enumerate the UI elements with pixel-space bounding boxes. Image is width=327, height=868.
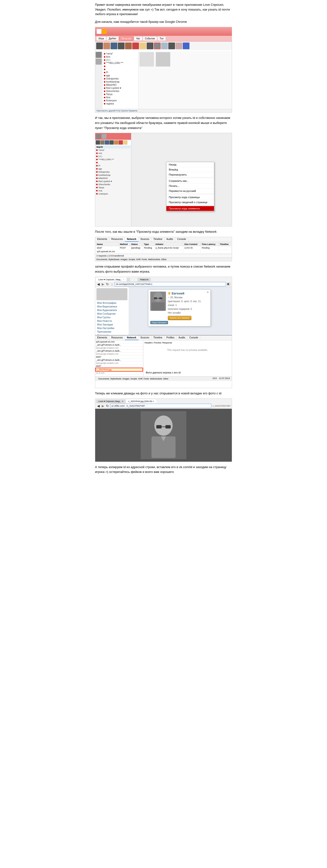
user-item-7[interactable]: age	[103, 74, 137, 77]
user-item-1[interactable]: Ann	[103, 55, 137, 58]
net-row-7[interactable]: www.google-analytics.com	[95, 362, 143, 365]
devtools-tab-resources[interactable]: Resources	[109, 237, 125, 242]
browser-tab1[interactable]: Love ♥ Спросил, Увид... ×	[96, 278, 127, 281]
devtools-tab-elements[interactable]: Elements	[95, 237, 109, 242]
ctx-pageinfo[interactable]: Просмотр сведений о странице	[166, 200, 214, 205]
dt2-sources[interactable]: Sources	[138, 336, 152, 340]
s5-forward-button[interactable]: ▶	[101, 404, 105, 408]
net-row-0[interactable]: q25.queueit.vk.com	[95, 340, 143, 343]
vk-nav-videos[interactable]: Мои Видеозаписи	[97, 305, 128, 308]
user-item-5[interactable]: .	[103, 68, 137, 71]
new-tab-button[interactable]	[127, 278, 130, 281]
preview-tab-headers[interactable]: Headers	[144, 342, 153, 344]
reload-button[interactable]: ↻	[106, 282, 109, 286]
nav-events[interactable]: События	[143, 36, 157, 40]
filter-documents[interactable]: Documents	[97, 258, 107, 260]
filter-ws2[interactable]: WebSockets	[150, 377, 162, 380]
ctx-print[interactable]: Печать...	[166, 184, 214, 189]
vk-nav-news[interactable]: Мои Новости	[97, 319, 128, 323]
filter-other[interactable]: Other	[161, 258, 167, 260]
dt2-elements[interactable]: Elements	[95, 336, 109, 340]
preview-tab-response[interactable]: Response	[162, 342, 172, 344]
net-row-s2[interactable]: s2.vk.com	[95, 372, 143, 374]
dt2-console[interactable]: Console	[187, 336, 200, 340]
net-row-2[interactable]: www.google-analytics.com	[95, 347, 143, 349]
nav-chat[interactable]: Чат	[134, 36, 142, 40]
filter-xhr2[interactable]: XHR	[138, 377, 143, 380]
vk-nav-messages[interactable]: Мои Сообщения	[97, 312, 128, 316]
screenshot5-tab2[interactable]: c_253YPAN.jpg (200×30 ×	[126, 399, 156, 403]
user-item-6[interactable]: Pi	[103, 71, 137, 74]
ctx-forward[interactable]: Вперёд	[166, 167, 214, 172]
user-item-13[interactable]: Tanya	[103, 93, 137, 96]
vk-nav-photos[interactable]: Мои Фотографии	[97, 301, 128, 305]
table-row[interactable]: elo67 POST (pending) Pending a_frame.php…	[96, 246, 231, 250]
link-rules[interactable]: Правила	[129, 110, 138, 112]
screenshot5-tab1[interactable]: Love ♥ Спросил,Увид... ×	[96, 399, 126, 403]
net-row-1[interactable]: _utm.gif?Utmwn=4.3a4b...	[95, 343, 143, 347]
user-item-3[interactable]: ***HELLGIRL***	[103, 61, 137, 65]
user-item-0[interactable]: *чита*	[103, 52, 137, 55]
net-row-highlighted[interactable]: c_253YPAN.jpg	[95, 368, 143, 372]
nav-top[interactable]: Топ	[158, 36, 166, 40]
dt2-timeline[interactable]: Timeline	[152, 336, 164, 340]
nav-danet[interactable]: Да/Нет	[107, 36, 118, 40]
tab1-close[interactable]: ×	[123, 278, 124, 281]
table-row[interactable]: q25.queueit.vk.cov	[96, 250, 231, 253]
popup-buy-button[interactable]: Купить за 1 монету	[168, 316, 191, 320]
ctx-viewsource[interactable]: Просмотр кода страницы	[166, 195, 214, 200]
user-item-11[interactable]: Red Lipstick ♥	[103, 87, 137, 90]
s5-back-button[interactable]: ◀	[97, 404, 100, 408]
devtools-tab-timeline[interactable]: Timeline	[152, 237, 164, 242]
net-row-5[interactable]: elo67	[95, 355, 143, 359]
preview-tab-preview[interactable]: Preview	[154, 342, 161, 344]
s5-address-input[interactable]	[110, 404, 211, 408]
link-invite[interactable]: Пригласить друзей	[97, 110, 115, 112]
vk-nav-groups[interactable]: Мои Группы	[97, 316, 128, 319]
forward-button[interactable]: ▶	[101, 282, 105, 286]
user-item-12[interactable]: Shevchenko	[103, 90, 137, 93]
link-faq[interactable]: FAQ	[116, 110, 120, 112]
back-button[interactable]: ◀	[97, 282, 100, 286]
ctx-translate[interactable]: Перевести на русский	[166, 189, 214, 194]
net-row-4[interactable]: www.google-analytics.com	[95, 352, 143, 355]
ctx-save[interactable]: Сохранить как...	[166, 179, 214, 184]
user-item-4[interactable]: .	[103, 65, 137, 68]
user-item-15[interactable]: Алексрон	[103, 99, 137, 102]
devtools-tab-console[interactable]: Console	[175, 237, 188, 242]
nav-tetatет[interactable]: Тет-а-тет	[119, 36, 133, 40]
filter-fonts[interactable]: Fonts	[142, 258, 147, 260]
devtools-tab-network[interactable]: Network	[125, 237, 138, 242]
user-item-2[interactable]: ( k )	[103, 58, 137, 61]
devtools-tab-audits[interactable]: Audits	[164, 237, 175, 242]
dt2-network[interactable]: Network	[125, 336, 138, 340]
filter-js2[interactable]: Scripts	[131, 377, 137, 380]
user-item-16[interactable]: гадюка	[103, 102, 137, 105]
user-item-9[interactable]: loveblackrap	[103, 80, 137, 83]
ctx-reload[interactable]: Перезагрузить	[166, 172, 214, 177]
vk-nav-settings[interactable]: Мои Настройки	[97, 327, 128, 330]
home-button[interactable]: ⌂	[110, 282, 114, 286]
filter-other2[interactable]: Other	[163, 377, 168, 380]
link-group[interactable]: Группа	[121, 110, 128, 112]
vk-nav-apps[interactable]: Приложения	[97, 330, 128, 334]
vk-nav-docs[interactable]: Документы	[97, 334, 128, 335]
net-row-6[interactable]: _utm.gif?Utmwn=4.3a4b...	[95, 359, 143, 362]
filter-fonts2[interactable]: Fonts	[143, 377, 149, 380]
s5-reload-button[interactable]: ↻	[106, 404, 109, 408]
filter-scripts[interactable]: Scripts	[129, 258, 135, 260]
dt2-resources[interactable]: Resources	[109, 336, 125, 340]
user-item-8[interactable]: Gidraponka	[103, 77, 137, 80]
dt2-profiles[interactable]: Profiles	[164, 336, 176, 340]
ctx-back[interactable]: Назад	[166, 162, 214, 167]
devtools-tab-sources[interactable]: Sources	[138, 237, 152, 242]
filter-xhr[interactable]: XHR	[136, 258, 141, 260]
ctx-inspect[interactable]: Просмотр кода элемента	[166, 206, 214, 211]
filter-websockets[interactable]: WebSockets	[148, 258, 160, 260]
nav-igra[interactable]: Игра	[97, 36, 106, 40]
net-row-8[interactable]: elo67	[95, 365, 143, 368]
filter-docs2[interactable]: Documents	[98, 377, 109, 380]
vk-nav-audio[interactable]: Мои Аудиозаписи	[97, 308, 128, 312]
filter-img2[interactable]: Images	[122, 377, 130, 380]
user-item-14[interactable]: Ana	[103, 96, 137, 99]
